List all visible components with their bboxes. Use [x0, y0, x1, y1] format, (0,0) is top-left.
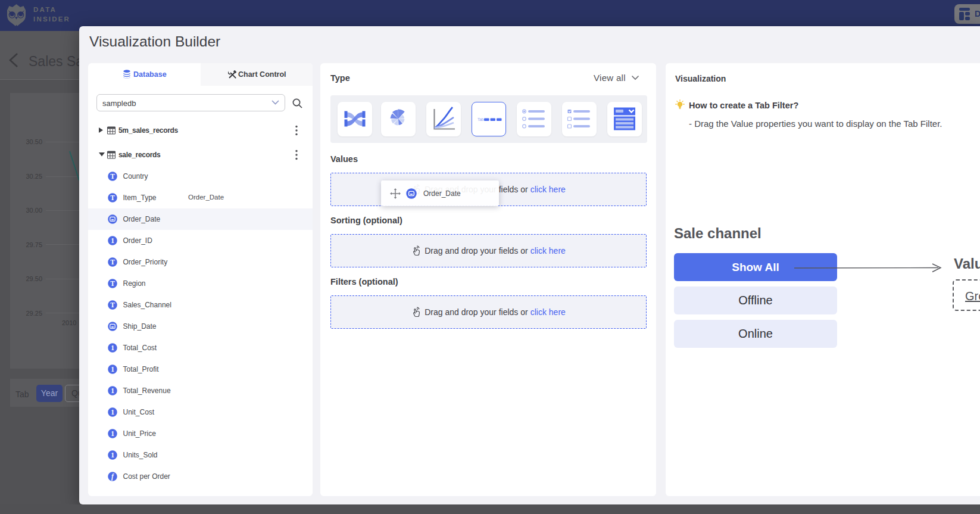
- svg-text:T: T: [110, 258, 115, 266]
- svg-text:T: T: [110, 280, 115, 287]
- svg-text:1: 1: [111, 237, 114, 244]
- svg-text:1: 1: [111, 451, 114, 459]
- svg-text:1: 1: [111, 366, 114, 373]
- svg-text:1: 1: [111, 344, 114, 351]
- svg-text:1: 1: [111, 387, 114, 394]
- svg-text:Tab: Tab: [477, 117, 484, 122]
- svg-text:1: 1: [111, 430, 114, 437]
- svg-text:1: 1: [111, 409, 114, 416]
- svg-text:T: T: [110, 194, 115, 201]
- svg-text:T: T: [110, 301, 115, 309]
- svg-text:T: T: [110, 173, 115, 180]
